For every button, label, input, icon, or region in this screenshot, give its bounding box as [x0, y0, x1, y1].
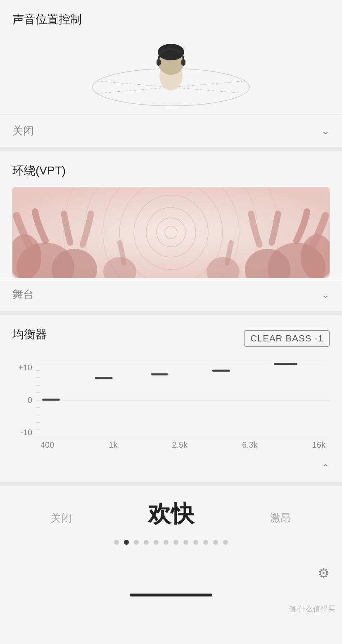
eq-y-labels: +10 0 -10: [12, 359, 32, 450]
svg-rect-7: [157, 59, 161, 66]
vpt-chevron[interactable]: ⌄: [321, 289, 330, 301]
svg-rect-40: [212, 370, 230, 372]
preset-section: 关闭 欢快 激昂: [0, 486, 342, 561]
dot-6: [164, 540, 169, 545]
eq-collapse-row[interactable]: ⌃: [0, 454, 342, 482]
svg-rect-8: [181, 59, 185, 66]
preset-item-happy[interactable]: 欢快: [148, 499, 194, 530]
clear-bass-value: -1: [314, 333, 323, 343]
home-indicator: [130, 594, 212, 596]
dot-12: [223, 540, 228, 545]
svg-rect-37: [42, 398, 60, 401]
vpt-dropdown[interactable]: 舞台 ⌄: [0, 278, 342, 311]
vpt-title: 环绕(VPT): [12, 163, 330, 179]
eq-x-6k3: 6.3k: [242, 440, 258, 450]
dot-4: [144, 540, 149, 545]
dot-9: [193, 540, 198, 545]
dot-1: [114, 540, 119, 545]
eq-title: 均衡器: [12, 327, 47, 342]
head-svg: [84, 38, 258, 108]
clear-bass-badge[interactable]: CLEAR BASS -1: [244, 330, 330, 347]
head-illustration: [12, 36, 330, 110]
vpt-image: [12, 187, 330, 278]
vpt-section: 环绕(VPT): [0, 151, 342, 278]
vpt-svg: [12, 187, 330, 278]
watermark-text: 值·什么值得买: [289, 605, 335, 613]
eq-x-labels: 400 1k 2.5k 6.3k 16k: [36, 440, 330, 450]
eq-y-label-top: +10: [12, 363, 32, 372]
eq-x-16k: 16k: [312, 440, 325, 450]
svg-rect-39: [151, 373, 169, 375]
sound-position-dropdown[interactable]: 关闭 ⌄: [0, 114, 342, 147]
divider-1: [0, 147, 342, 151]
dot-2: [124, 540, 129, 545]
eq-grid-svg: [36, 363, 330, 437]
eq-header: 均衡器 CLEAR BASS -1: [12, 327, 330, 351]
preset-row: 关闭 欢快 激昂: [0, 499, 342, 530]
dot-8: [183, 540, 188, 545]
eq-x-400: 400: [40, 440, 54, 450]
dot-10: [203, 540, 208, 545]
dot-3: [134, 540, 139, 545]
svg-rect-4: [167, 74, 175, 83]
home-bar: [0, 589, 342, 602]
divider-3: [0, 482, 342, 486]
preset-item-exciting[interactable]: 激昂: [270, 511, 292, 525]
divider-2: [0, 311, 342, 315]
dot-row: [0, 540, 342, 553]
preset-item-off[interactable]: 关闭: [50, 511, 72, 525]
sound-position-status: 关闭: [12, 124, 34, 138]
eq-collapse-chevron[interactable]: ⌃: [321, 462, 330, 474]
clear-bass-label: CLEAR BASS: [250, 333, 311, 343]
bottom-bar: ⚙: [0, 561, 342, 589]
sound-position-section: 声音位置控制: [0, 0, 342, 110]
eq-y-label-mid: 0: [12, 396, 32, 405]
dot-5: [154, 540, 159, 545]
svg-rect-38: [95, 377, 113, 379]
dot-7: [173, 540, 178, 545]
eq-x-1k: 1k: [109, 440, 117, 450]
gear-icon[interactable]: ⚙: [318, 565, 330, 581]
eq-section: 均衡器 CLEAR BASS -1 +10 0 -10: [0, 315, 342, 450]
eq-x-2k5: 2.5k: [172, 440, 188, 450]
sound-position-title: 声音位置控制: [12, 12, 330, 27]
dot-11: [213, 540, 218, 545]
svg-rect-41: [274, 363, 297, 365]
sound-position-chevron[interactable]: ⌄: [321, 125, 330, 137]
eq-plot-area: [36, 363, 330, 437]
eq-chart: +10 0 -10: [12, 359, 330, 450]
vpt-status: 舞台: [12, 287, 34, 302]
eq-y-label-bot: -10: [12, 428, 32, 437]
watermark: 值·什么值得买: [0, 602, 342, 615]
